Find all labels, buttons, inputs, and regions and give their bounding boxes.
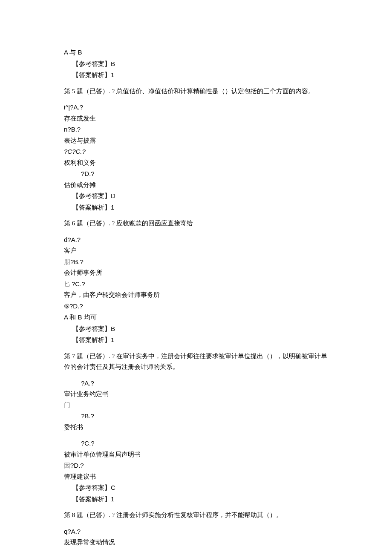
q5-answer-value: D: [111, 192, 115, 199]
q6-option-a-text: 客户: [64, 245, 328, 256]
q7-option-c-prefix: ?C.?: [64, 438, 328, 449]
q8-header: 第 8 题（已答）. ? 注册会计师实施分析性复核审计程序，并不能帮助其（）。: [64, 510, 328, 521]
q7-answer-label: 【参考答案】: [72, 484, 111, 491]
q6-answer-value: B: [111, 325, 115, 332]
q5-option-a-text: 存在或发生: [64, 113, 328, 124]
q6-header: 第 6 题（已答）. ? 应收账款的回函应直接寄给: [64, 218, 328, 229]
q7-option-b-prefix-cn: 门: [64, 400, 328, 411]
q6-option-d-prefix: ⑥?D.?: [64, 301, 328, 312]
q7-option-a-text: 审计业务约定书: [64, 389, 328, 400]
q7-option-a-prefix: ?A.?: [64, 378, 328, 389]
q4-answer-label: 【参考答案】: [72, 60, 111, 67]
q7-option-b-prefix: ?B.?: [64, 411, 328, 422]
q8-option-a-prefix: q?A.?: [64, 526, 328, 538]
q6-analysis-label: 【答案解析】: [72, 336, 111, 343]
q7-analysis-label: 【答案解析】: [72, 496, 111, 503]
q5-answer-line: 【参考答案】D: [64, 190, 328, 202]
q6-analysis-value: 1: [111, 336, 114, 343]
q7-analysis-value: 1: [111, 495, 114, 503]
q6-option-c-text: 客户，由客户转交给会计师事务所: [64, 290, 328, 301]
q5-option-b-text: 表达与披露: [64, 135, 328, 147]
q7-answer-value: C: [111, 484, 115, 491]
q5-analysis-line: 【答案解析】1: [64, 202, 328, 213]
q4-answer-line: 【参考答案】B: [64, 58, 328, 70]
q5-option-b-prefix: n?B.?: [64, 124, 328, 135]
q6-analysis-line: 【答案解析】1: [64, 334, 328, 346]
q5-option-d-text: 估价或分摊: [64, 180, 328, 191]
q6-option-d-text: A 和 B 均可: [64, 312, 328, 323]
q7-header: 第 7 题（已答）. ? 在审计实务中，注册会计师往往要求被审计单位提出（），以…: [64, 351, 328, 373]
q5-option-c-prefix: ?C?C.?: [64, 146, 328, 158]
q7-option-b-text: 委托书: [64, 422, 328, 433]
q8-option-b-prefix: 0?B.?: [64, 553, 328, 555]
q5-header: 第 5 题（已答）. ? 总值估价、净值估价和计算精确性是（）认定包括的三个方面…: [64, 86, 328, 97]
q4-analysis-label: 【答案解析】: [72, 72, 111, 78]
q7-option-d-prefix: 因?D.?: [64, 460, 328, 472]
q4-option-d-text: A 与 B: [64, 47, 328, 58]
document-page: A 与 B 【参考答案】B 【答案解析】1 第 5 题（已答）. ? 总值估价、…: [0, 0, 392, 555]
q5-option-a-prefix: i^|?A.?: [64, 102, 328, 113]
q7-option-d-text: 管理建议书: [64, 472, 328, 483]
q6-option-b-prefix: 朋?B.?: [64, 256, 328, 268]
q7-option-c-text: 被审计单位管理当局声明书: [64, 449, 328, 460]
q7-answer-line: 【参考答案】C: [64, 482, 328, 494]
q5-answer-label: 【参考答案】: [72, 193, 111, 199]
q6-option-c-prefix: 匕|?C.?: [64, 279, 328, 290]
q5-analysis-value: 1: [111, 204, 114, 211]
q6-answer-line: 【参考答案】B: [64, 323, 328, 335]
q6-option-a-prefix: d?A.?: [64, 234, 328, 246]
q7-analysis-line: 【答案解析】1: [64, 494, 328, 505]
q4-analysis-value: 1: [111, 71, 114, 78]
q4-answer-value: B: [111, 60, 115, 67]
q8-option-a-text: 发现异常变动情况: [64, 537, 328, 548]
q4-analysis-line: 【答案解析】1: [64, 69, 328, 81]
q5-option-d-prefix: ?D.?: [64, 168, 328, 180]
q6-option-b-text: 会计师事务所: [64, 267, 328, 279]
q6-answer-label: 【参考答案】: [72, 325, 111, 332]
q5-option-c-text: 权利和义务: [64, 158, 328, 169]
q5-analysis-label: 【答案解析】: [72, 204, 111, 211]
